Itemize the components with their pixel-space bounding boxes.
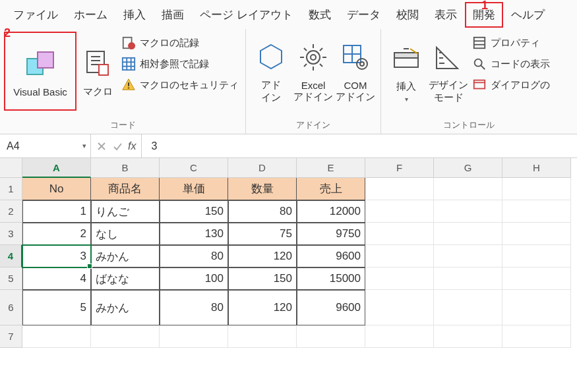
cell-C3[interactable]: 130: [160, 223, 228, 245]
cell-A3[interactable]: 2: [22, 223, 91, 245]
cell-C7[interactable]: [160, 325, 228, 348]
macro-security-button[interactable]: マクロのセキュリティ: [121, 76, 239, 94]
cell-B5[interactable]: ばなな: [91, 267, 160, 290]
cell-C6[interactable]: 80: [160, 290, 228, 325]
cell-C1[interactable]: 単価: [160, 178, 228, 200]
cell-F7[interactable]: [365, 325, 434, 348]
cell-E5[interactable]: 15000: [297, 267, 365, 290]
cell-B6[interactable]: みかん: [91, 290, 160, 325]
cancel-icon[interactable]: [96, 141, 107, 152]
col-header-C[interactable]: C: [160, 158, 228, 178]
cell-G5[interactable]: [434, 267, 502, 290]
col-header-A[interactable]: A: [22, 158, 91, 178]
visual-basic-button[interactable]: 2 Visual Basic: [4, 32, 76, 111]
row-header-6[interactable]: 6: [0, 290, 22, 325]
tab-home[interactable]: ホーム: [66, 2, 115, 28]
select-all-corner[interactable]: [0, 158, 22, 178]
name-box[interactable]: A4 ▾: [0, 134, 91, 157]
chevron-down-icon[interactable]: ▾: [82, 142, 86, 150]
cell-C4[interactable]: 80: [160, 245, 228, 267]
insert-control-button[interactable]: 挿入 ▾: [385, 32, 427, 111]
cell-F1[interactable]: [365, 178, 434, 200]
cell-G2[interactable]: [434, 200, 502, 223]
row-header-1[interactable]: 1: [0, 178, 22, 200]
tab-insert[interactable]: 挿入: [115, 2, 154, 28]
cell-H2[interactable]: [502, 200, 571, 223]
cell-A6[interactable]: 5: [22, 290, 91, 325]
cell-H4[interactable]: [502, 245, 571, 267]
cell-A2[interactable]: 1: [22, 200, 91, 223]
cell-H3[interactable]: [502, 223, 571, 245]
cell-G7[interactable]: [434, 325, 502, 348]
cell-C5[interactable]: 100: [160, 267, 228, 290]
cell-F4[interactable]: [365, 245, 434, 267]
cell-F2[interactable]: [365, 200, 434, 223]
cell-B2[interactable]: りんご: [91, 200, 160, 223]
cell-D1[interactable]: 数量: [228, 178, 297, 200]
col-header-H[interactable]: H: [502, 158, 571, 178]
com-addin-button[interactable]: COM アドイン: [334, 32, 377, 111]
cell-E4[interactable]: 9600: [297, 245, 365, 267]
cell-D6[interactable]: 120: [228, 290, 297, 325]
row-header-3[interactable]: 3: [0, 223, 22, 245]
col-header-F[interactable]: F: [365, 158, 434, 178]
cell-B1[interactable]: 商品名: [91, 178, 160, 200]
cell-G4[interactable]: [434, 245, 502, 267]
col-header-B[interactable]: B: [91, 158, 160, 178]
cell-E3[interactable]: 9750: [297, 223, 365, 245]
cell-E1[interactable]: 売上: [297, 178, 365, 200]
cell-H7[interactable]: [502, 325, 571, 348]
tab-formulas[interactable]: 数式: [301, 2, 339, 28]
run-dialog-button[interactable]: ダイアログの: [472, 76, 550, 94]
macro-button[interactable]: マクロ: [76, 32, 119, 111]
cell-B7[interactable]: [91, 325, 160, 348]
tab-file[interactable]: ファイル: [5, 2, 66, 28]
row-header-2[interactable]: 2: [0, 200, 22, 223]
cell-F6[interactable]: [365, 290, 434, 325]
row-header-7[interactable]: 7: [0, 325, 22, 348]
tab-help[interactable]: ヘルプ: [503, 2, 553, 28]
cell-A7[interactable]: [22, 325, 91, 348]
excel-addin-button[interactable]: Excel アドイン: [292, 32, 334, 111]
tab-review[interactable]: 校閲: [388, 2, 427, 28]
cell-B4[interactable]: みかん: [91, 245, 160, 267]
cell-D5[interactable]: 150: [228, 267, 297, 290]
addin-button[interactable]: アド イン: [250, 32, 292, 111]
cell-E7[interactable]: [297, 325, 365, 348]
cell-A4[interactable]: 3: [22, 245, 91, 267]
col-header-D[interactable]: D: [228, 158, 297, 178]
row-header-4[interactable]: 4: [0, 245, 22, 267]
cell-H5[interactable]: [502, 267, 571, 290]
cell-E2[interactable]: 12000: [297, 200, 365, 223]
cell-G6[interactable]: [434, 290, 502, 325]
design-mode-button[interactable]: デザイン モード: [427, 32, 470, 111]
cell-F5[interactable]: [365, 267, 434, 290]
cell-D3[interactable]: 75: [228, 223, 297, 245]
cell-H1[interactable]: [502, 178, 571, 200]
cell-A1[interactable]: No: [22, 178, 91, 200]
enter-icon[interactable]: [112, 141, 123, 152]
row-header-5[interactable]: 5: [0, 267, 22, 290]
cell-D2[interactable]: 80: [228, 200, 297, 223]
tab-data[interactable]: データ: [339, 2, 388, 28]
col-header-E[interactable]: E: [297, 158, 365, 178]
relative-ref-button[interactable]: 相対参照で記録: [121, 55, 239, 72]
cell-G1[interactable]: [434, 178, 502, 200]
tab-draw[interactable]: 描画: [154, 2, 192, 28]
tab-view[interactable]: 表示: [427, 2, 465, 28]
properties-button[interactable]: プロパティ: [472, 34, 550, 51]
cell-B3[interactable]: なし: [91, 223, 160, 245]
cell-H6[interactable]: [502, 290, 571, 325]
cell-G3[interactable]: [434, 223, 502, 245]
cell-D7[interactable]: [228, 325, 297, 348]
cell-F3[interactable]: [365, 223, 434, 245]
record-macro-button[interactable]: マクロの記録: [121, 34, 239, 51]
tab-layout[interactable]: ページ レイアウト: [192, 2, 301, 28]
cell-A5[interactable]: 4: [22, 267, 91, 290]
col-header-G[interactable]: G: [434, 158, 502, 178]
view-code-button[interactable]: コードの表示: [472, 55, 550, 72]
cell-D4[interactable]: 120: [228, 245, 297, 267]
fx-icon[interactable]: fx: [128, 140, 136, 152]
cell-C2[interactable]: 150: [160, 200, 228, 223]
formula-input[interactable]: 3: [142, 140, 157, 152]
